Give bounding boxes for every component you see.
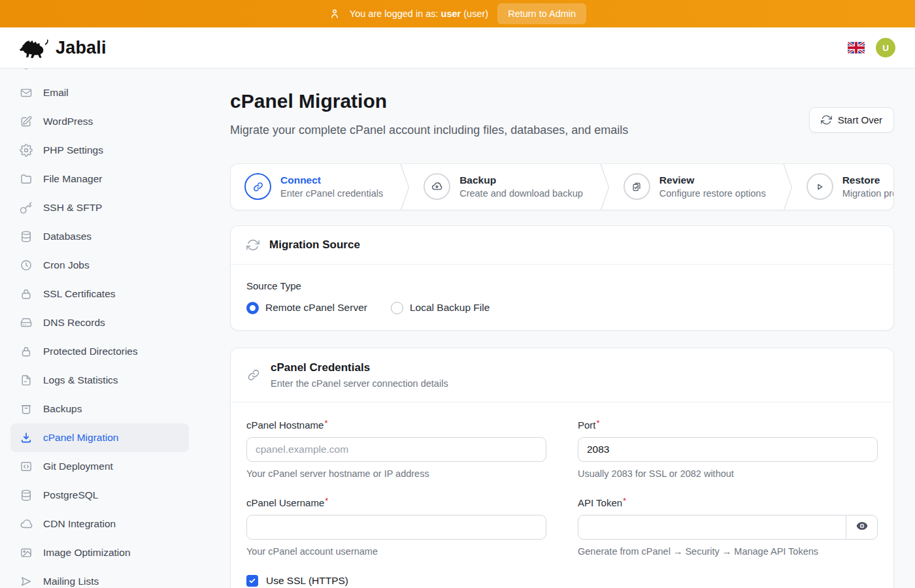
sidebar-item-postgresql[interactable]: PostgreSQL	[10, 481, 189, 510]
sidebar-item-ssh-sftp[interactable]: SSH & SFTP	[10, 193, 189, 222]
brand-logo[interactable]: Jabali	[20, 35, 107, 61]
link-icon	[246, 368, 261, 382]
sidebar-item-label: SSL Certificates	[43, 288, 116, 300]
sidebar-item-label: Mailing Lists	[43, 576, 99, 587]
api-token-input[interactable]	[578, 515, 878, 540]
field-api-token: API Token*	[578, 496, 878, 557]
return-to-admin-button[interactable]: Return to Admin	[497, 3, 586, 24]
username-label: cPanel Username*	[246, 496, 546, 508]
sidebar-item-file-manager[interactable]: File Manager	[10, 165, 189, 193]
sidebar-item-label: PHP Settings	[43, 144, 103, 156]
sidebar-item-logs-statistics[interactable]: Logs & Statistics	[10, 366, 189, 395]
page-title: cPanel Migration	[230, 90, 628, 112]
cloud-download-icon	[424, 173, 450, 200]
sidebar-item-label: Cron Jobs	[43, 259, 90, 271]
database-icon	[20, 489, 33, 502]
radio-option-local-backup-file[interactable]: Local Backup File	[391, 302, 490, 314]
required-asterisk: *	[325, 496, 328, 506]
hostname-help: Your cPanel server hostname or IP addres…	[246, 468, 546, 479]
required-asterisk: *	[324, 418, 327, 428]
migration-stepper: Connect Enter cPanel credentials Backup …	[230, 163, 894, 210]
page-subtitle: Migrate your complete cPanel account inc…	[230, 122, 628, 140]
language-flag-uk-icon[interactable]	[848, 42, 865, 54]
radio-remote-server[interactable]	[246, 302, 259, 314]
radio-local-backup[interactable]	[391, 302, 403, 314]
brand-name: Jabali	[56, 38, 107, 58]
database-icon	[20, 230, 33, 243]
cpanel-credentials-card: cPanel Credentials Enter the cPanel serv…	[230, 348, 894, 588]
step-separator	[600, 164, 610, 210]
step-separator	[783, 164, 793, 210]
boar-logo-icon	[20, 35, 50, 61]
code-icon	[20, 460, 33, 473]
user-avatar[interactable]: U	[876, 38, 895, 57]
sidebar-item-cron-jobs[interactable]: Cron Jobs	[10, 251, 189, 280]
sidebar-item-databases[interactable]: Databases	[10, 222, 189, 251]
sidebar-item-ssl-certificates[interactable]: SSL Certificates	[10, 280, 189, 308]
use-ssl-checkbox[interactable]	[246, 575, 258, 587]
sidebar-item-label: Logs & Statistics	[43, 374, 118, 386]
start-over-button[interactable]: Start Over	[809, 107, 894, 133]
field-cpanel-username: cPanel Username* Your cPanel account use…	[246, 496, 546, 557]
step-backup: Backup Create and download backup	[410, 164, 600, 210]
cloud-icon	[20, 517, 33, 531]
globe-icon	[20, 69, 33, 71]
sidebar-item-partial[interactable]	[10, 69, 189, 78]
user-icon	[329, 8, 341, 20]
sidebar-nav: Email WordPress PHP Settings File Manage…	[0, 69, 199, 588]
sidebar-item-label: Email	[43, 87, 69, 99]
folder-icon	[20, 172, 33, 186]
gear-icon	[20, 144, 33, 157]
step-separator	[400, 164, 410, 210]
mail-icon	[20, 86, 33, 99]
admin-impersonation-bar: You are logged in as: user (user) Return…	[0, 0, 915, 27]
eye-icon	[855, 519, 869, 535]
sidebar-item-backups[interactable]: Backups	[10, 395, 189, 423]
sidebar-item-label: Backups	[43, 403, 82, 415]
sidebar-item-mailing-lists[interactable]: Mailing Lists	[10, 567, 189, 588]
sidebar-item-cpanel-migration[interactable]: cPanel Migration	[10, 423, 189, 452]
required-asterisk: *	[597, 418, 600, 428]
migration-source-card: Migration Source Source Type Remote cPan…	[230, 225, 894, 331]
sidebar-item-label: CDN Integration	[43, 518, 116, 530]
step-review: Review Configure restore options	[610, 164, 783, 210]
sidebar-item-email[interactable]: Email	[10, 78, 189, 107]
sidebar-item-php-settings[interactable]: PHP Settings	[10, 136, 189, 165]
use-ssl-label: Use SSL (HTTPS)	[266, 575, 348, 587]
image-icon	[20, 546, 33, 559]
sidebar-item-label: Git Deployment	[43, 461, 113, 472]
server-icon	[20, 316, 33, 329]
hostname-input[interactable]	[246, 437, 546, 462]
radio-option-remote-cpanel-server[interactable]: Remote cPanel Server	[246, 302, 367, 314]
sidebar-item-image-optimization[interactable]: Image Optimization	[10, 538, 189, 567]
hostname-label: cPanel Hostname*	[246, 418, 546, 431]
sidebar-item-git-deployment[interactable]: Git Deployment	[10, 452, 189, 481]
padlock-icon	[20, 345, 33, 358]
sidebar-item-cdn-integration[interactable]: CDN Integration	[10, 510, 189, 538]
username-help: Your cPanel account username	[246, 546, 546, 557]
port-input[interactable]	[578, 437, 878, 462]
source-type-label: Source Type	[246, 280, 878, 291]
app-header: Jabali U	[0, 27, 915, 69]
port-label: Port*	[578, 418, 878, 431]
sidebar-item-protected-directories[interactable]: Protected Directories	[10, 337, 189, 366]
step-connect: Connect Enter cPanel credentials	[231, 164, 400, 210]
sidebar-item-dns-records[interactable]: DNS Records	[10, 308, 189, 337]
copy-check-icon	[624, 173, 650, 200]
file-text-icon	[20, 374, 33, 387]
sidebar-item-label: WordPress	[43, 116, 93, 127]
field-cpanel-hostname: cPanel Hostname* Your cPanel server host…	[246, 418, 546, 479]
archive-icon	[20, 402, 33, 416]
key-icon	[20, 201, 33, 214]
sidebar-item-label: Image Optimization	[43, 547, 131, 559]
toggle-token-visibility-button[interactable]	[846, 515, 878, 540]
edit-icon	[20, 115, 33, 128]
sidebar-item-label: SSH & SFTP	[43, 202, 102, 214]
sidebar-item-wordpress[interactable]: WordPress	[10, 107, 189, 136]
sidebar-item-label: Protected Directories	[43, 346, 138, 357]
download-icon	[20, 431, 33, 444]
card-subtitle: Enter the cPanel server connection detai…	[271, 378, 448, 389]
field-port: Port* Usually 2083 for SSL or 2082 witho…	[578, 418, 878, 479]
clock-icon	[20, 259, 33, 272]
username-input[interactable]	[246, 515, 546, 540]
